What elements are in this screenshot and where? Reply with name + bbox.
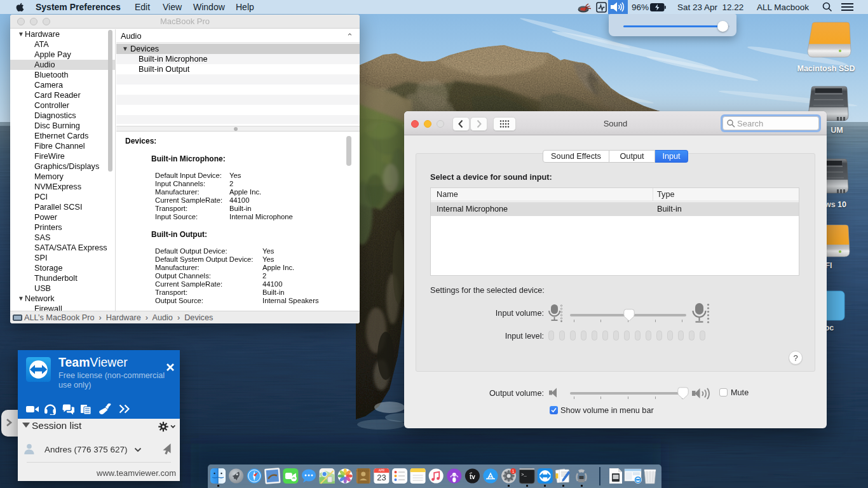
svg-text:>_: >_	[521, 472, 527, 477]
svg-text:APR: APR	[379, 469, 385, 472]
svg-text:tv: tv	[470, 473, 475, 480]
svg-text:1: 1	[512, 469, 515, 473]
svg-text:23: 23	[377, 473, 386, 482]
